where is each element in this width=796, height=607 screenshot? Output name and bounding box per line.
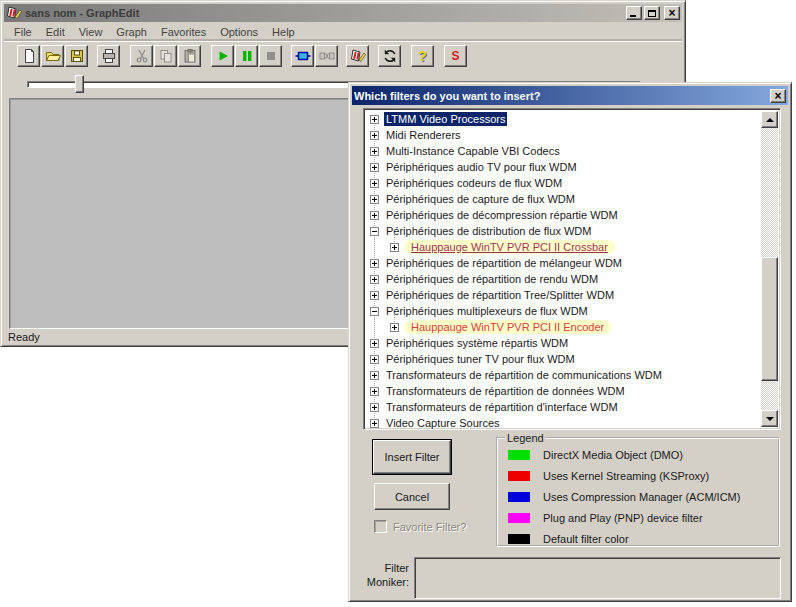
tree-item-label[interactable]: Video Capture Sources bbox=[384, 416, 502, 430]
dialog-titlebar[interactable]: Which filters do you want to insert? × bbox=[352, 86, 788, 105]
tree-item-label[interactable]: Périphériques de répartition de rendu WD… bbox=[384, 272, 600, 286]
tree-item[interactable]: Périphériques de répartition Tree/Splitt… bbox=[366, 287, 761, 303]
expander-plus-icon[interactable] bbox=[370, 147, 379, 156]
tree-item[interactable]: Hauppauge WinTV PVR PCI II Crossbar bbox=[366, 239, 761, 255]
tree-item-label[interactable]: Périphériques de capture de flux WDM bbox=[384, 192, 577, 206]
tree-item[interactable]: Transformateurs de répartition d'interfa… bbox=[366, 399, 761, 415]
expander-plus-icon[interactable] bbox=[370, 291, 379, 300]
tree-item[interactable]: Périphériques de décompression répartie … bbox=[366, 207, 761, 223]
menu-view[interactable]: View bbox=[72, 24, 110, 40]
tree-item[interactable]: Multi-Instance Capable VBI Codecs bbox=[366, 143, 761, 159]
tree-item[interactable]: Périphériques de répartition de rendu WD… bbox=[366, 271, 761, 287]
scrollbar-thumb[interactable] bbox=[761, 257, 778, 381]
tree-item[interactable]: Hauppauge WinTV PVR PCI II Encoder bbox=[366, 319, 761, 335]
toolbar-paste-button[interactable] bbox=[178, 45, 201, 67]
expander-minus-icon[interactable] bbox=[370, 307, 379, 316]
tree-item[interactable]: Périphériques codeurs de flux WDM bbox=[366, 175, 761, 191]
toolbar-save-button[interactable] bbox=[65, 45, 88, 67]
expander-plus-icon[interactable] bbox=[370, 355, 379, 364]
expander-plus-icon[interactable] bbox=[370, 403, 379, 412]
tree-item-label[interactable]: Midi Renderers bbox=[384, 128, 463, 142]
trackbar-thumb[interactable] bbox=[75, 75, 84, 93]
menu-file[interactable]: File bbox=[7, 24, 39, 40]
tree-item[interactable]: LTMM Video Processors bbox=[366, 111, 761, 127]
expander-plus-icon[interactable] bbox=[370, 275, 379, 284]
menu-options[interactable]: Options bbox=[213, 24, 265, 40]
tree-item-label[interactable]: LTMM Video Processors bbox=[384, 112, 507, 126]
toolbar-help-button[interactable]: ? bbox=[411, 45, 434, 67]
expander-plus-icon[interactable] bbox=[390, 243, 399, 252]
toolbar-cut-button[interactable] bbox=[130, 45, 153, 67]
toolbar-refresh-button[interactable] bbox=[378, 45, 401, 67]
tree-item[interactable]: Périphériques tuner TV pour flux WDM bbox=[366, 351, 761, 367]
tree-item-label[interactable]: Périphériques de décompression répartie … bbox=[384, 208, 620, 222]
expander-plus-icon[interactable] bbox=[370, 179, 379, 188]
toolbar-pause-button[interactable] bbox=[235, 45, 258, 67]
toolbar-graphedit-button[interactable] bbox=[346, 45, 369, 67]
dialog-close-button[interactable]: × bbox=[770, 89, 786, 103]
close-button[interactable]: × bbox=[664, 6, 680, 20]
main-titlebar[interactable]: sans nom - GraphEdit × bbox=[4, 4, 682, 22]
insert-filter-button[interactable]: Insert Filter bbox=[373, 440, 451, 474]
expander-plus-icon[interactable] bbox=[370, 371, 379, 380]
tree-scrollbar[interactable] bbox=[761, 111, 778, 427]
tree-item[interactable]: Périphériques de capture de flux WDM bbox=[366, 191, 761, 207]
tree-item-label[interactable]: Transformateurs de répartition de donnée… bbox=[384, 384, 627, 398]
expander-plus-icon[interactable] bbox=[370, 259, 379, 268]
toolbar-new-button[interactable] bbox=[17, 45, 40, 67]
toolbar-play-button[interactable] bbox=[211, 45, 234, 67]
toolbar-print-button[interactable] bbox=[97, 45, 120, 67]
cancel-button[interactable]: Cancel bbox=[374, 483, 450, 510]
maximize-button[interactable] bbox=[644, 6, 660, 20]
tree-item-label[interactable]: Périphériques système répartis WDM bbox=[384, 336, 570, 350]
expander-plus-icon[interactable] bbox=[370, 115, 379, 124]
expander-plus-icon[interactable] bbox=[370, 211, 379, 220]
tree-item-label[interactable]: Hauppauge WinTV PVR PCI II Encoder bbox=[404, 320, 611, 334]
toolbar-copy-button[interactable] bbox=[154, 45, 177, 67]
tree-item-label[interactable]: Multi-Instance Capable VBI Codecs bbox=[384, 144, 562, 158]
expander-minus-icon[interactable] bbox=[370, 227, 379, 236]
tree-item[interactable]: Périphériques de distribution de flux WD… bbox=[366, 223, 761, 239]
scroll-down-button[interactable] bbox=[761, 410, 778, 427]
expander-plus-icon[interactable] bbox=[390, 323, 399, 332]
menu-edit[interactable]: Edit bbox=[39, 24, 72, 40]
tree-item-label[interactable]: Périphériques de répartition Tree/Splitt… bbox=[384, 288, 616, 302]
expander-plus-icon[interactable] bbox=[370, 339, 379, 348]
tree-item-label[interactable]: Périphériques de distribution de flux WD… bbox=[384, 224, 593, 238]
expander-plus-icon[interactable] bbox=[370, 419, 379, 428]
minimize-button[interactable] bbox=[626, 6, 642, 20]
menu-favorites[interactable]: Favorites bbox=[154, 24, 213, 40]
favorite-filter-checkbox[interactable]: Favorite Filter? bbox=[374, 520, 466, 533]
tree-item[interactable]: Midi Renderers bbox=[366, 127, 761, 143]
tree-item-label[interactable]: Périphériques audio TV pour flux WDM bbox=[384, 160, 579, 174]
tree-item-label[interactable]: Transformateurs de répartition de commun… bbox=[384, 368, 664, 382]
tree-item[interactable]: Périphériques de répartition de mélangeu… bbox=[366, 255, 761, 271]
scroll-up-button[interactable] bbox=[761, 111, 778, 128]
tree-item[interactable]: Transformateurs de répartition de donnée… bbox=[366, 383, 761, 399]
menu-help[interactable]: Help bbox=[265, 24, 302, 40]
toolbar-open-button[interactable] bbox=[41, 45, 64, 67]
tree-item-label[interactable]: Périphériques de répartition de mélangeu… bbox=[384, 256, 624, 270]
tree-item-label[interactable]: Hauppauge WinTV PVR PCI II Crossbar bbox=[404, 240, 615, 254]
tree-item-label[interactable]: Périphériques codeurs de flux WDM bbox=[384, 176, 564, 190]
toolbar-insert-filter-button[interactable] bbox=[291, 45, 314, 67]
expander-plus-icon[interactable] bbox=[370, 131, 379, 140]
toolbar-stats-button[interactable]: S bbox=[444, 45, 467, 67]
legend-color-swatch bbox=[508, 513, 530, 523]
expander-plus-icon[interactable] bbox=[370, 195, 379, 204]
tree-item-label[interactable]: Périphériques tuner TV pour flux WDM bbox=[384, 352, 577, 366]
expander-plus-icon[interactable] bbox=[370, 163, 379, 172]
scrollbar-track[interactable] bbox=[761, 128, 778, 410]
tree-item[interactable]: Transformateurs de répartition de commun… bbox=[366, 367, 761, 383]
tree-item[interactable]: Video Capture Sources bbox=[366, 415, 761, 430]
toolbar-stop-button[interactable] bbox=[259, 45, 282, 67]
tree-item[interactable]: Périphériques système répartis WDM bbox=[366, 335, 761, 351]
filter-moniker-field[interactable] bbox=[414, 557, 781, 599]
tree-item[interactable]: Périphériques multiplexeurs de flux WDM bbox=[366, 303, 761, 319]
expander-plus-icon[interactable] bbox=[370, 387, 379, 396]
toolbar-disconnect-button[interactable] bbox=[315, 45, 338, 67]
tree-item[interactable]: Périphériques audio TV pour flux WDM bbox=[366, 159, 761, 175]
menu-graph[interactable]: Graph bbox=[109, 24, 154, 40]
tree-item-label[interactable]: Transformateurs de répartition d'interfa… bbox=[384, 400, 620, 414]
tree-item-label[interactable]: Périphériques multiplexeurs de flux WDM bbox=[384, 304, 590, 318]
